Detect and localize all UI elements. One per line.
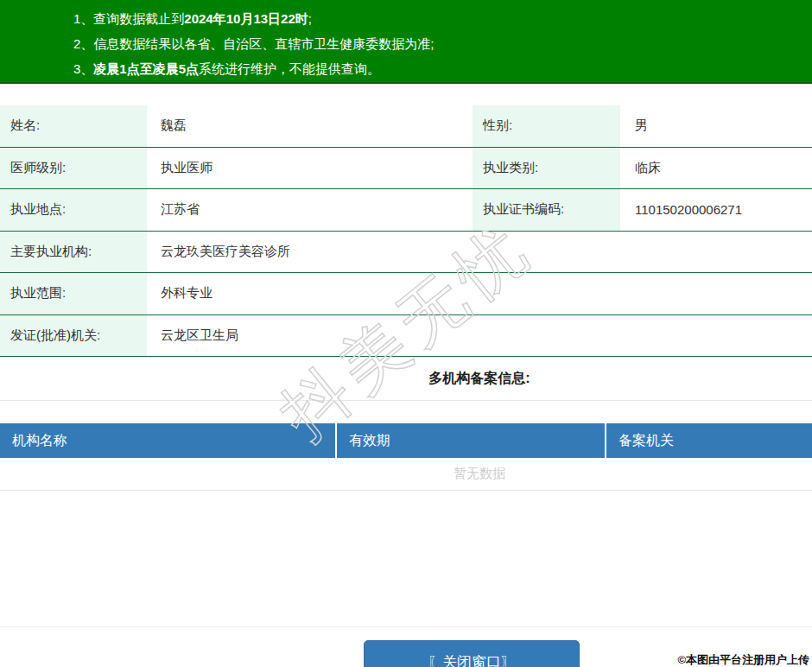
table-row: 医师级别: 执业医师 执业类别: 临床	[0, 148, 812, 190]
field-value-main-institution: 云龙玖美医疗美容诊所	[147, 232, 812, 273]
field-label-doctor-level: 医师级别:	[0, 148, 147, 189]
uploader-credit-text: ©本图由平台注册用户上传	[677, 652, 809, 667]
notice-line-2: 2、信息数据结果以各省、自治区、直辖市卫生健康委数据为准;	[73, 31, 812, 56]
filing-section: 多机构备案信息:	[0, 357, 812, 401]
notice-banner: 1、查询数据截止到2024年10月13日22时; 2、信息数据结果以各省、自治区…	[0, 0, 812, 84]
field-value-issuing-authority: 云龙区卫生局	[147, 315, 812, 357]
notice-line-1: 1、查询数据截止到2024年10月13日22时;	[73, 6, 812, 31]
footer-bar: 〖关闭窗口〗 ©本图由平台注册用户上传	[0, 626, 812, 667]
filing-table-header: 机构名称 有效期 备案机关	[0, 423, 812, 458]
field-value-gender: 男	[620, 105, 812, 147]
close-window-button[interactable]: 〖关闭窗口〗	[364, 640, 580, 667]
field-value-doctor-level: 执业医师	[147, 148, 473, 189]
column-header-validity-period: 有效期	[335, 423, 605, 458]
field-label-practice-location: 执业地点:	[0, 189, 147, 231]
field-label-practice-category: 执业类别:	[473, 148, 620, 189]
table-row: 执业范围: 外科专业	[0, 273, 812, 315]
filing-section-heading: 多机构备案信息:	[147, 370, 812, 388]
field-label-main-institution: 主要执业机构:	[0, 232, 147, 273]
table-row: 主要执业机构: 云龙玖美医疗美容诊所	[0, 232, 812, 274]
notice-line-3: 3、凌晨1点至凌晨5点系统进行维护，不能提供查询。	[73, 56, 812, 81]
field-label-practice-scope: 执业范围:	[0, 273, 147, 314]
table-row: 姓名: 魏磊 性别: 男	[0, 105, 812, 148]
field-value-practice-scope: 外科专业	[147, 273, 812, 314]
column-header-institution-name: 机构名称	[0, 423, 335, 458]
column-header-filing-authority: 备案机关	[605, 423, 812, 458]
field-label-issuing-authority: 发证(批准)机关:	[0, 315, 147, 357]
field-label-certificate-number: 执业证书编码:	[473, 189, 620, 231]
field-label-name: 姓名:	[0, 105, 147, 147]
practitioner-details-table: 姓名: 魏磊 性别: 男 医师级别: 执业医师 执业类别: 临床 执业地点: 江…	[0, 105, 812, 357]
table-row: 发证(批准)机关: 云龙区卫生局	[0, 315, 812, 358]
field-value-certificate-number: 110150200006271	[620, 189, 812, 231]
filing-table-empty-row: 暂无数据	[0, 458, 812, 491]
table-row: 执业地点: 江苏省 执业证书编码: 110150200006271	[0, 189, 812, 232]
field-label-gender: 性别:	[473, 105, 620, 147]
no-data-text: 暂无数据	[147, 466, 812, 482]
field-value-name: 魏磊	[147, 105, 473, 147]
field-value-practice-location: 江苏省	[147, 189, 473, 231]
field-value-practice-category: 临床	[620, 148, 812, 189]
